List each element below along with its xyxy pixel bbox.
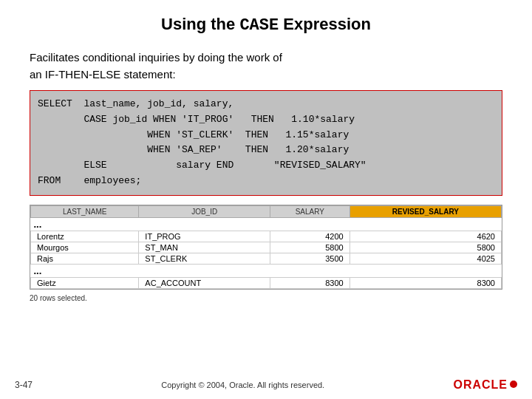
sql-line-6: FROM employees; <box>38 174 494 189</box>
cell-job-id-3: ST_CLERK <box>139 253 270 264</box>
table-row: Mourgos ST_MAN 5800 5800 <box>31 242 502 253</box>
cell-salary-1: 4200 <box>270 231 349 242</box>
description-line2: an IF-THEN-ELSE statement: <box>30 68 176 81</box>
col-header-last-name: LAST_NAME <box>31 205 139 217</box>
cell-revised-3: 4025 <box>349 253 501 264</box>
cell-job-id-1: IT_PROG <box>139 231 270 242</box>
dots-mid-cell-3 <box>270 264 349 277</box>
cell-salary-2: 5800 <box>270 242 349 253</box>
cell-last-name-4: Gietz <box>31 277 139 288</box>
result-table: LAST_NAME JOB_ID SALARY REVISED_SALARY .… <box>30 205 502 289</box>
description-line1: Facilitates conditional inquiries by doi… <box>30 51 282 64</box>
cell-last-name-2: Mourgos <box>31 242 139 253</box>
cell-job-id-4: AC_ACCOUNT <box>139 277 270 288</box>
dots-mid-cell-4 <box>349 264 501 277</box>
title-code: CASE <box>239 16 279 35</box>
table-header-row: LAST_NAME JOB_ID SALARY REVISED_SALARY <box>31 205 502 217</box>
oracle-logo: ORACLE <box>453 378 517 392</box>
title-text-after: Expression <box>279 15 371 33</box>
sql-code-block: SELECT last_name, job_id, salary, CASE j… <box>30 90 502 196</box>
col-header-salary: SALARY <box>270 205 349 217</box>
result-table-wrapper: LAST_NAME JOB_ID SALARY REVISED_SALARY .… <box>30 205 502 290</box>
copyright-text: Copyright © 2004, Oracle. All rights res… <box>33 381 453 389</box>
description: Facilitates conditional inquiries by doi… <box>30 50 502 83</box>
slide-title: Using the CASE Expression <box>30 15 502 35</box>
oracle-label: ORACLE <box>453 378 508 392</box>
cell-revised-2: 5800 <box>349 242 501 253</box>
cell-last-name-3: Rajs <box>31 253 139 264</box>
slide-number: 3-47 <box>15 380 33 390</box>
cell-last-name-1: Lorentz <box>31 231 139 242</box>
rows-note: 20 rows selected. <box>30 294 502 302</box>
slide-container: Using the CASE Expression Facilitates co… <box>0 0 532 399</box>
cell-job-id-2: ST_MAN <box>139 242 270 253</box>
dots-cell-3 <box>270 217 349 231</box>
dots-mid-cell-1: ... <box>31 264 139 277</box>
dots-mid-cell-2 <box>139 264 270 277</box>
oracle-dot-icon <box>510 381 517 388</box>
title-text-before: Using the <box>161 15 239 33</box>
sql-line-3: WHEN 'ST_CLERK' THEN 1.15*salary <box>38 128 494 143</box>
table-row: Lorentz IT_PROG 4200 4620 <box>31 231 502 242</box>
dots-cell-2 <box>139 217 270 231</box>
col-header-job-id: JOB_ID <box>139 205 270 217</box>
dots-cell-1: ... <box>31 217 139 231</box>
cell-revised-4: 8300 <box>349 277 501 288</box>
footer: 3-47 Copyright © 2004, Oracle. All right… <box>0 378 532 392</box>
dots-cell-4 <box>349 217 501 231</box>
sql-line-2: CASE job_id WHEN 'IT_PROG' THEN 1.10*sal… <box>38 112 494 128</box>
table-row: Rajs ST_CLERK 3500 4025 <box>31 253 502 264</box>
cell-revised-1: 4620 <box>349 231 501 242</box>
table-row: Gietz AC_ACCOUNT 8300 8300 <box>31 277 502 288</box>
col-header-revised-salary: REVISED_SALARY <box>349 205 501 217</box>
cell-salary-4: 8300 <box>270 277 349 288</box>
cell-salary-3: 3500 <box>270 253 349 264</box>
table-row-dots-mid: ... <box>31 264 502 277</box>
sql-line-5: ELSE salary END "REVISED_SALARY" <box>38 158 494 174</box>
sql-line-4: WHEN 'SA_REP' THEN 1.20*salary <box>38 143 494 158</box>
table-row-dots-top: ... <box>31 217 502 231</box>
sql-line-1: SELECT last_name, job_id, salary, <box>38 97 494 112</box>
